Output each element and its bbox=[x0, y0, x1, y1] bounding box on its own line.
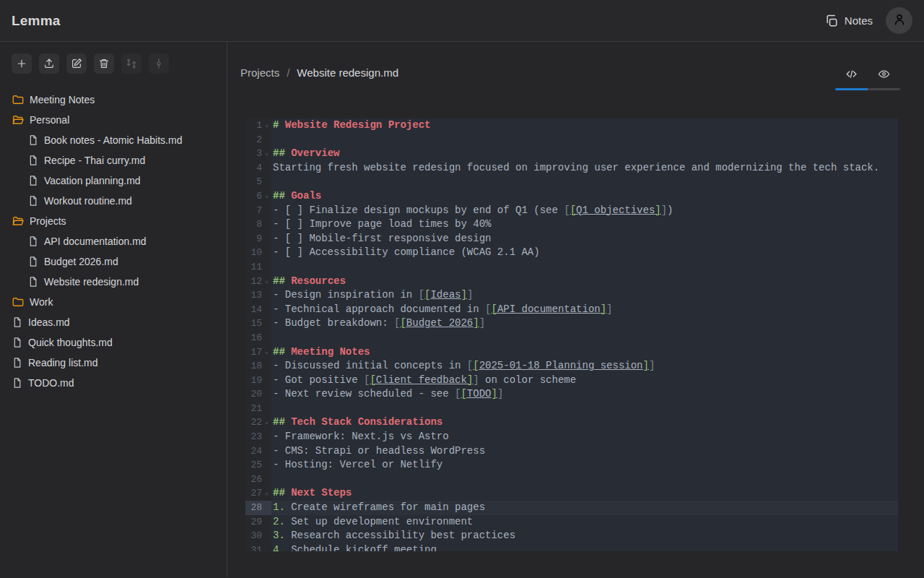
line-content[interactable]: ## Resources bbox=[271, 275, 898, 289]
line-content[interactable]: 1. Create wireframes for main pages bbox=[271, 501, 898, 515]
tree-item-personal[interactable]: Personal bbox=[0, 110, 227, 130]
tree-item-projects[interactable]: Projects bbox=[0, 211, 227, 231]
md-segment-ibr[interactable]: ] bbox=[601, 303, 606, 315]
tree-item-website-redesign-md[interactable]: Website redesign.md bbox=[0, 272, 227, 292]
line-content[interactable] bbox=[271, 175, 898, 189]
md-segment-ibr[interactable]: [ bbox=[491, 303, 497, 315]
line-content[interactable]: - Discussed initial concepts in [[2025-0… bbox=[271, 359, 898, 374]
tree-item-vacation-planning-md[interactable]: Vacation planning.md bbox=[0, 171, 227, 191]
breadcrumb-folder[interactable]: Projects bbox=[240, 66, 279, 79]
source-view-tab[interactable] bbox=[835, 66, 868, 88]
editor-line-9[interactable]: 9- [ ] Mobile-first responsive design bbox=[245, 232, 898, 246]
editor-line-17[interactable]: 17⌄## Meeting Notes bbox=[245, 345, 898, 360]
line-content[interactable]: - [ ] Accessibility compliance (WCAG 2.1… bbox=[271, 246, 898, 260]
editor-line-27[interactable]: 27⌄## Next Steps bbox=[245, 486, 898, 501]
md-segment-ibr[interactable]: [ bbox=[473, 360, 479, 371]
line-content[interactable]: - Framework: Next.js vs Astro bbox=[271, 430, 898, 444]
editor-line-2[interactable]: 2 bbox=[245, 133, 898, 147]
chevron-down-icon[interactable]: ⌄ bbox=[262, 486, 271, 501]
md-segment-ibr[interactable]: [ bbox=[370, 374, 375, 386]
editor-line-7[interactable]: 7- [ ] Finalize design mockups by end of… bbox=[245, 204, 898, 218]
chevron-down-icon[interactable]: ⌄ bbox=[262, 189, 271, 204]
line-content[interactable]: ## Next Steps bbox=[271, 486, 898, 501]
upload-button[interactable] bbox=[39, 53, 59, 74]
line-content[interactable]: ## Overview bbox=[271, 147, 898, 161]
wiki-link[interactable]: API documentation bbox=[497, 303, 601, 315]
md-segment-ibr[interactable]: [ bbox=[570, 204, 576, 216]
notes-nav-button[interactable]: Notes bbox=[821, 9, 876, 33]
tree-item-api-documentation-md[interactable]: API documentation.md bbox=[0, 231, 227, 251]
line-content[interactable]: 3. Research accessibility best practices bbox=[271, 529, 898, 543]
md-segment-ibr[interactable]: ] bbox=[461, 289, 466, 301]
markdown-editor[interactable]: 1⌄# Website Redesign Project23⌄## Overvi… bbox=[245, 118, 898, 551]
wiki-link[interactable]: Budget 2026 bbox=[406, 317, 473, 329]
editor-line-20[interactable]: 20- Next review scheduled - see [[TODO]] bbox=[245, 387, 898, 402]
editor-line-12[interactable]: 12⌄## Resources bbox=[245, 275, 898, 289]
line-content[interactable] bbox=[271, 133, 898, 147]
line-content[interactable] bbox=[271, 473, 898, 487]
line-content[interactable]: - Got positive [[Client feedback]] on co… bbox=[271, 374, 898, 388]
line-content[interactable]: Starting fresh website redesign focused … bbox=[271, 161, 898, 176]
line-content[interactable]: 2. Set up development environment bbox=[271, 515, 898, 530]
editor-line-4[interactable]: 4Starting fresh website redesign focused… bbox=[245, 161, 898, 176]
editor-line-15[interactable]: 15- Budget breakdown: [[Budget 2026]] bbox=[245, 316, 898, 331]
editor-line-21[interactable]: 21 bbox=[245, 402, 898, 416]
wiki-link[interactable]: 2025-01-18 Planning session bbox=[479, 360, 643, 371]
line-content[interactable]: ## Tech Stack Considerations bbox=[271, 415, 898, 430]
editor-line-19[interactable]: 19- Got positive [[Client feedback]] on … bbox=[245, 374, 898, 388]
wiki-link[interactable]: Q1 objectives bbox=[576, 204, 655, 216]
editor-line-14[interactable]: 14- Technical approach documented in [[A… bbox=[245, 303, 898, 317]
line-content[interactable]: - Next review scheduled - see [[TODO]] bbox=[271, 387, 898, 402]
tree-item-budget-2026-md[interactable]: Budget 2026.md bbox=[0, 251, 227, 272]
avatar-button[interactable] bbox=[886, 7, 912, 34]
tree-item-recipe-thai-curry-md[interactable]: Recipe - Thai curry.md bbox=[0, 150, 227, 171]
editor-line-29[interactable]: 292. Set up development environment bbox=[245, 515, 898, 530]
delete-button[interactable] bbox=[94, 53, 114, 74]
tree-item-workout-routine-md[interactable]: Workout routine.md bbox=[0, 191, 227, 211]
line-content[interactable] bbox=[271, 260, 898, 275]
editor-line-30[interactable]: 303. Research accessibility best practic… bbox=[245, 529, 898, 543]
tree-item-book-notes-atomic-habits-md[interactable]: Book notes - Atomic Habits.md bbox=[0, 130, 227, 150]
line-content[interactable] bbox=[271, 402, 898, 416]
chevron-down-icon[interactable]: ⌄ bbox=[262, 118, 271, 133]
chevron-down-icon[interactable]: ⌄ bbox=[262, 415, 271, 430]
editor-line-16[interactable]: 16 bbox=[245, 331, 898, 345]
new-note-button[interactable] bbox=[12, 53, 32, 74]
editor-line-18[interactable]: 18- Discussed initial concepts in [[2025… bbox=[245, 359, 898, 374]
editor-line-28[interactable]: 281. Create wireframes for main pages bbox=[245, 501, 898, 515]
wiki-link[interactable]: Client feedback bbox=[376, 374, 467, 386]
chevron-down-icon[interactable]: ⌄ bbox=[262, 345, 271, 360]
wiki-link[interactable]: TODO bbox=[467, 388, 492, 400]
editor-line-26[interactable]: 26 bbox=[245, 473, 898, 487]
line-content[interactable]: - Budget breakdown: [[Budget 2026]] bbox=[271, 316, 898, 331]
tree-item-todo-md[interactable]: TODO.md bbox=[0, 373, 227, 393]
editor-line-13[interactable]: 13- Design inspiration in [[Ideas]] bbox=[245, 288, 898, 303]
line-content[interactable]: - [ ] Improve page load times by 40% bbox=[271, 217, 898, 232]
editor-line-23[interactable]: 23- Framework: Next.js vs Astro bbox=[245, 430, 898, 444]
editor-line-22[interactable]: 22⌄## Tech Stack Considerations bbox=[245, 415, 898, 430]
tree-item-work[interactable]: Work bbox=[0, 292, 227, 312]
line-content[interactable]: # Website Redesign Project bbox=[271, 118, 898, 133]
tree-item-reading-list-md[interactable]: Reading list.md bbox=[0, 353, 227, 373]
preview-view-tab[interactable] bbox=[868, 66, 900, 88]
md-segment-ibr[interactable]: [ bbox=[461, 388, 466, 400]
wiki-link[interactable]: Ideas bbox=[430, 289, 461, 301]
line-content[interactable]: - [ ] Finalize design mockups by end of … bbox=[271, 204, 898, 218]
md-segment-ibr[interactable]: [ bbox=[400, 317, 406, 329]
chevron-down-icon[interactable]: ⌄ bbox=[262, 275, 271, 289]
line-content[interactable]: - Technical approach documented in [[API… bbox=[271, 303, 898, 317]
editor-line-31[interactable]: 314. Schedule kickoff meeting bbox=[245, 543, 898, 551]
editor-line-8[interactable]: 8- [ ] Improve page load times by 40% bbox=[245, 217, 898, 232]
md-segment-ibr[interactable]: ] bbox=[643, 360, 649, 371]
tree-item-ideas-md[interactable]: Ideas.md bbox=[0, 312, 227, 332]
line-content[interactable]: ## Meeting Notes bbox=[271, 345, 898, 360]
md-segment-ibr[interactable]: ] bbox=[491, 388, 497, 400]
line-content[interactable]: - Hosting: Vercel or Netlify bbox=[271, 458, 898, 473]
editor-line-3[interactable]: 3⌄## Overview bbox=[245, 147, 898, 161]
chevron-down-icon[interactable]: ⌄ bbox=[262, 147, 271, 161]
editor-line-1[interactable]: 1⌄# Website Redesign Project bbox=[245, 118, 898, 133]
tree-item-quick-thoughts-md[interactable]: Quick thoughts.md bbox=[0, 332, 227, 353]
editor-line-11[interactable]: 11 bbox=[245, 260, 898, 275]
edit-button[interactable] bbox=[66, 53, 87, 74]
editor-line-24[interactable]: 24- CMS: Strapi or headless WordPress bbox=[245, 444, 898, 459]
